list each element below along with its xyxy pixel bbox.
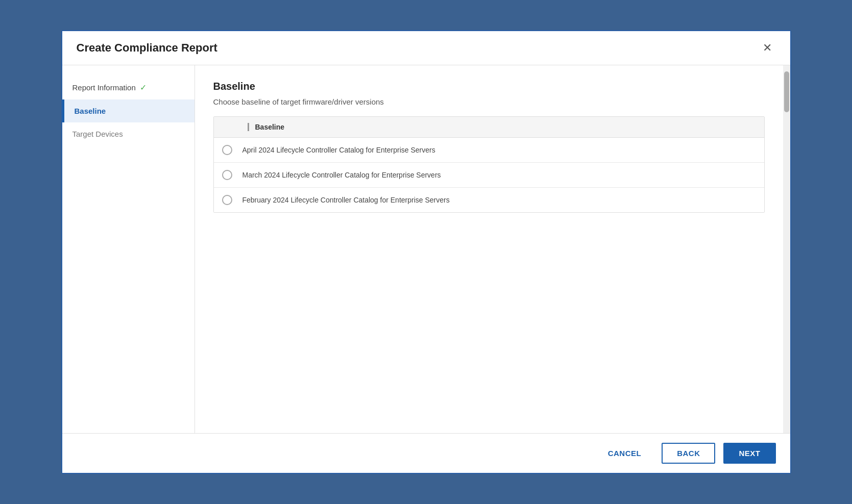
table-header: Baseline <box>214 117 764 138</box>
sidebar: Report Information ✓ Baseline Target Dev… <box>62 65 195 433</box>
row-label-3: February 2024 Lifecycle Controller Catal… <box>242 196 450 204</box>
radio-row-3[interactable] <box>222 195 232 205</box>
check-icon-report-information: ✓ <box>140 83 147 92</box>
radio-row-1[interactable] <box>222 145 232 155</box>
sidebar-item-label-report-information: Report Information <box>72 83 136 92</box>
dialog-title: Create Compliance Report <box>77 41 217 55</box>
row-label-2: March 2024 Lifecycle Controller Catalog … <box>242 171 441 179</box>
close-button[interactable]: ✕ <box>759 40 776 56</box>
cancel-button[interactable]: CANCEL <box>596 444 654 463</box>
create-compliance-report-dialog: Create Compliance Report ✕ Report Inform… <box>61 30 791 474</box>
dialog-body: Report Information ✓ Baseline Target Dev… <box>62 65 790 433</box>
scrollbar-track[interactable] <box>783 65 790 433</box>
table-row[interactable]: April 2024 Lifecycle Controller Catalog … <box>214 138 764 163</box>
next-button[interactable]: NEXT <box>723 443 775 464</box>
section-title: Baseline <box>213 81 765 92</box>
sidebar-item-report-information[interactable]: Report Information ✓ <box>62 75 194 99</box>
dialog-overlay: Create Compliance Report ✕ Report Inform… <box>0 0 852 504</box>
back-button[interactable]: BACK <box>662 443 715 464</box>
table-row[interactable]: February 2024 Lifecycle Controller Catal… <box>214 188 764 212</box>
baseline-table: Baseline April 2024 Lifecycle Controller… <box>213 116 765 213</box>
radio-row-2[interactable] <box>222 170 232 180</box>
dialog-footer: CANCEL BACK NEXT <box>62 433 790 473</box>
main-content: Baseline Choose baseline of target firmw… <box>195 65 783 433</box>
sidebar-item-label-target-devices: Target Devices <box>72 130 123 138</box>
dialog-header: Create Compliance Report ✕ <box>62 31 790 65</box>
table-column-baseline: Baseline <box>248 123 285 131</box>
row-label-1: April 2024 Lifecycle Controller Catalog … <box>242 146 435 154</box>
scrollbar-thumb[interactable] <box>784 71 789 112</box>
sidebar-item-label-baseline: Baseline <box>75 107 106 115</box>
sidebar-item-baseline[interactable]: Baseline <box>62 99 194 122</box>
sidebar-item-target-devices[interactable]: Target Devices <box>62 122 194 145</box>
table-row[interactable]: March 2024 Lifecycle Controller Catalog … <box>214 163 764 188</box>
section-subtitle: Choose baseline of target firmware/drive… <box>213 97 765 106</box>
